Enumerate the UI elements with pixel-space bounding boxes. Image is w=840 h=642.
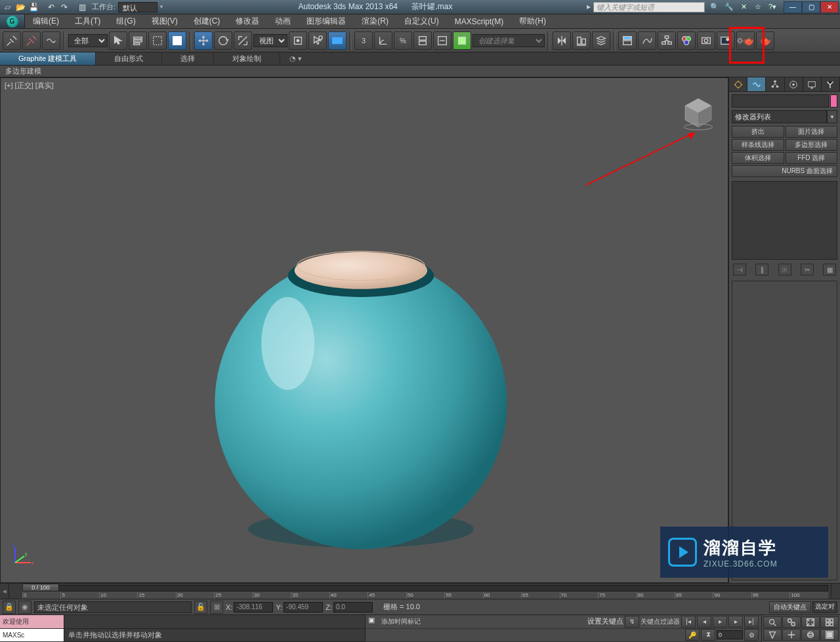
time-config-icon[interactable]: ⧗ xyxy=(701,629,715,641)
align-icon[interactable] xyxy=(572,31,591,50)
time-ruler[interactable]: 05 1015 2025 3035 4045 5055 6065 7075 80… xyxy=(22,592,828,599)
btn-nurbs-select[interactable]: NURBS 曲面选择 xyxy=(732,165,837,177)
goto-start-icon[interactable]: |◂ xyxy=(681,616,696,628)
coord-y-input[interactable] xyxy=(284,602,323,612)
viewport-label[interactable]: [+] [正交] [真实] xyxy=(5,81,54,90)
named-selection-icon[interactable] xyxy=(453,31,471,50)
bind-spacewarp-icon[interactable] xyxy=(42,31,60,50)
ribbon-panel-polymodel[interactable]: 多边形建模 xyxy=(0,66,840,77)
named-selection-dropdown[interactable]: 创建选择集 xyxy=(472,34,545,47)
utilities-tab-icon[interactable] xyxy=(822,77,840,91)
menu-views[interactable]: 视图(V) xyxy=(144,14,186,28)
show-end-result-icon[interactable]: ‖ xyxy=(755,264,768,275)
viewport[interactable]: [+] [正交] [真实] xyxy=(0,77,728,583)
mirror-icon[interactable] xyxy=(553,31,571,50)
select-move-icon[interactable] xyxy=(194,31,213,50)
menu-animation[interactable]: 动画 xyxy=(267,14,299,28)
select-rotate-icon[interactable] xyxy=(214,31,232,50)
project-icon[interactable]: ▥ xyxy=(76,1,88,13)
spinner-snap-icon[interactable] xyxy=(413,31,432,50)
keyboard-shortcut-icon[interactable] xyxy=(328,31,346,50)
menu-group[interactable]: 组(G) xyxy=(108,14,143,28)
selection-lock-icon[interactable]: 🔒 xyxy=(3,601,16,614)
tab-freeform[interactable]: 自由形式 xyxy=(96,52,162,65)
modify-tab-icon[interactable] xyxy=(747,77,766,91)
workspace-selector[interactable]: 工作台: 默认 ▼ xyxy=(92,2,164,12)
script-listener-mini[interactable]: 欢迎使用 MAXSc xyxy=(0,615,64,642)
time-config2-icon[interactable]: ⚙ xyxy=(744,629,759,641)
coord-z-input[interactable] xyxy=(333,602,373,612)
menu-modifiers[interactable]: 修改器 xyxy=(228,14,267,28)
menu-rendering[interactable]: 渲染(R) xyxy=(354,14,396,28)
render-production-icon[interactable]: 🫖 xyxy=(736,31,755,50)
select-scale-icon[interactable] xyxy=(234,31,252,50)
modifier-stack[interactable] xyxy=(732,181,837,260)
menu-tools[interactable]: 工具(T) xyxy=(67,14,108,28)
play-icon[interactable]: ▸ xyxy=(713,616,727,628)
rendered-frame-icon[interactable] xyxy=(717,31,735,50)
percent-snap-icon[interactable]: % xyxy=(394,31,412,50)
add-time-tag[interactable]: 添加时间标记 xyxy=(381,617,421,626)
ref-coord-system[interactable]: 视图 xyxy=(253,34,287,47)
btn-vol-select[interactable]: 体积选择 xyxy=(732,152,784,164)
key-icon[interactable]: 🔧 xyxy=(723,1,735,13)
maximize-viewport-icon[interactable] xyxy=(820,629,839,641)
display-tab-icon[interactable] xyxy=(803,77,822,91)
btn-poly-select[interactable]: 多边形选择 xyxy=(786,139,838,151)
time-slider-handle[interactable]: 0 / 100 xyxy=(22,584,59,592)
object-color-swatch[interactable] xyxy=(830,94,837,108)
edit-selection-set-icon[interactable] xyxy=(433,31,452,50)
application-button[interactable]: G xyxy=(0,14,25,28)
pan-icon[interactable] xyxy=(782,629,801,641)
tab-selection[interactable]: 选择 xyxy=(162,52,214,65)
menu-help[interactable]: 帮助(H) xyxy=(511,14,554,28)
infocenter-search[interactable]: 键入关键字或短语 xyxy=(593,2,705,12)
goto-end-icon[interactable]: ▸| xyxy=(744,616,759,628)
hierarchy-tab-icon[interactable] xyxy=(766,77,784,91)
btn-patch-select[interactable]: 面片选择 xyxy=(786,126,838,138)
remove-modifier-icon[interactable]: ✂ xyxy=(801,264,814,275)
redo-icon[interactable]: ↷ xyxy=(58,1,70,13)
tab-graphite[interactable]: Graphite 建模工具 xyxy=(0,52,96,65)
use-center-icon[interactable] xyxy=(289,31,307,50)
layer-manager-icon[interactable] xyxy=(592,31,610,50)
open-icon[interactable]: 📂 xyxy=(14,1,26,13)
curve-editor-icon[interactable] xyxy=(638,31,656,50)
key-filters-label[interactable]: 关键点过滤器 xyxy=(640,617,680,626)
toggle-ribbon-icon[interactable] xyxy=(618,31,637,50)
zoom-all-icon[interactable] xyxy=(782,616,801,628)
key-filters-icon[interactable]: ↯ xyxy=(625,616,639,628)
pin-stack-icon[interactable]: ⊣ xyxy=(733,264,746,275)
workspace-value[interactable]: 默认 xyxy=(118,2,158,12)
menu-maxscript[interactable]: MAXScript(M) xyxy=(447,14,512,28)
maximize-button[interactable]: ▢ xyxy=(802,1,820,13)
configure-sets-icon[interactable]: ▦ xyxy=(823,264,836,275)
isolation-icon[interactable]: ◉ xyxy=(18,601,32,614)
timeline-vscroll[interactable] xyxy=(831,584,840,599)
window-crossing-icon[interactable] xyxy=(168,31,186,50)
orbit-icon[interactable] xyxy=(801,629,820,641)
zoom-icon[interactable] xyxy=(763,616,782,628)
unlink-icon[interactable] xyxy=(22,31,41,50)
minimize-button[interactable]: — xyxy=(784,1,802,13)
time-slider[interactable]: 0 / 100 05 1015 2025 3035 4045 5055 6065… xyxy=(9,584,831,599)
next-frame-icon[interactable]: ▸ xyxy=(728,616,743,628)
lock-toggle-icon[interactable]: 🔓 xyxy=(194,601,207,614)
selection-filter[interactable]: 全部 xyxy=(68,34,108,47)
select-region-rect-icon[interactable] xyxy=(148,31,167,50)
viewport-canvas[interactable] xyxy=(1,78,728,582)
angle-snap-icon[interactable] xyxy=(374,31,392,50)
new-icon[interactable]: ▱ xyxy=(1,1,13,13)
exchange-icon[interactable]: ✕ xyxy=(738,1,749,13)
material-editor-icon[interactable] xyxy=(677,31,696,50)
search-go-icon[interactable]: 🔍 xyxy=(709,1,721,13)
schematic-view-icon[interactable] xyxy=(658,31,676,50)
btn-spline-select[interactable]: 样条线选择 xyxy=(732,139,784,151)
abs-rel-icon[interactable]: ⊞ xyxy=(210,601,223,614)
render-setup-icon[interactable] xyxy=(697,31,715,50)
auto-key-button[interactable]: 自动关键点 xyxy=(769,601,811,613)
create-tab-icon[interactable] xyxy=(729,77,747,91)
make-unique-icon[interactable]: ☉ xyxy=(778,264,791,275)
zoom-extents-icon[interactable] xyxy=(801,616,820,628)
help-icon[interactable]: ?▾ xyxy=(766,1,778,13)
